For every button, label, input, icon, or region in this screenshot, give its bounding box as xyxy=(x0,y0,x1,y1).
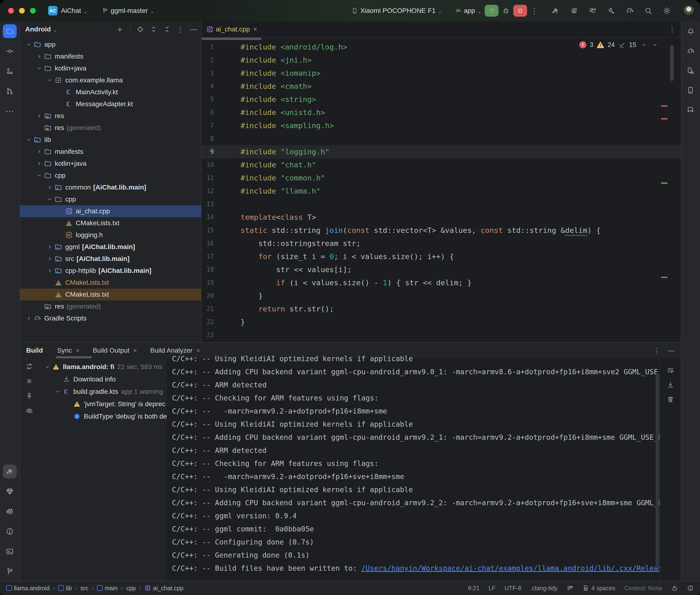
line-number[interactable]: 17 xyxy=(201,250,214,263)
breadcrumb-cpp[interactable]: cpp xyxy=(126,585,136,592)
collapse-all-button[interactable] xyxy=(163,26,171,33)
chevron-right-icon[interactable] xyxy=(46,267,54,274)
code-line-20[interactable]: 20 } xyxy=(201,289,681,302)
tree-item-cmakelists-txt[interactable]: CMakeLists.txt xyxy=(20,217,201,229)
code-line-14[interactable]: 14template<class T> xyxy=(201,211,681,224)
code-line-18[interactable]: 18 str << values[i]; xyxy=(201,263,681,276)
device-manager-button[interactable] xyxy=(684,64,698,78)
line-number[interactable]: 11 xyxy=(201,171,214,185)
code-line-13[interactable]: 13 xyxy=(201,198,681,211)
line-number[interactable]: 14 xyxy=(201,211,214,224)
tree-item-src[interactable]: src[AiChat.lib.main] xyxy=(20,253,201,265)
chevron-down-icon[interactable] xyxy=(54,389,62,395)
tree-item-cpp[interactable]: cpp xyxy=(20,170,201,181)
tree-item-kotlin-java[interactable]: kotlin+java xyxy=(20,62,201,74)
line-number[interactable]: 2 xyxy=(201,54,214,67)
build-console[interactable]: C/C++: -- Using KleidiAI optimized kerne… xyxy=(167,358,681,581)
code-line-5[interactable]: 5#include <string> xyxy=(201,93,681,106)
error-stripe-mark[interactable] xyxy=(661,118,668,119)
tree-item-logging-h[interactable]: logging.h xyxy=(20,229,201,241)
line-ending[interactable]: LF xyxy=(488,585,496,592)
console-output[interactable]: C/C++: -- Using KleidiAI optimized kerne… xyxy=(167,352,660,581)
gemini-chat-button[interactable] xyxy=(684,103,698,117)
breadcrumb-ai-chat-cpp[interactable]: ai_chat.cpp xyxy=(145,585,184,592)
indent-config[interactable]: 4 spaces xyxy=(582,585,615,592)
tree-item-build-gradle-kts[interactable]: build.gradle.ktsapp 1 warning xyxy=(38,386,167,398)
running-devices-button[interactable] xyxy=(684,83,698,97)
context-indicator[interactable]: Context: None xyxy=(624,585,662,592)
apply-changes-button[interactable] xyxy=(570,7,578,15)
project-tool-button[interactable] xyxy=(3,24,17,38)
tree-item-cmakelists-txt[interactable]: CMakeLists.txt xyxy=(20,277,201,289)
chevron-right-icon[interactable] xyxy=(46,184,54,191)
chevron-right-icon[interactable] xyxy=(35,113,43,119)
code-line-12[interactable]: 12#include "llama.h" xyxy=(201,185,681,198)
chevron-right-icon[interactable] xyxy=(25,315,33,321)
build-tab-sync[interactable]: Sync× xyxy=(57,347,79,354)
line-number[interactable]: 18 xyxy=(201,263,214,276)
line-number[interactable]: 20 xyxy=(201,289,214,302)
line-number[interactable]: 16 xyxy=(201,237,214,250)
structure-tool-button[interactable] xyxy=(3,64,17,78)
close-window-button[interactable] xyxy=(8,8,14,13)
tree-item-manifests[interactable]: manifests xyxy=(20,51,201,62)
tree-item-com-example-llama[interactable]: com.example.llama xyxy=(20,74,201,86)
line-number[interactable]: 4 xyxy=(201,80,214,93)
pin-tab-button[interactable] xyxy=(26,392,33,400)
tree-item-common[interactable]: common[AiChat.lib.main] xyxy=(20,181,201,193)
lock-open-icon[interactable] xyxy=(671,585,678,591)
caret-position[interactable]: 9:21 xyxy=(468,585,479,592)
tree-item-res[interactable]: res xyxy=(20,110,201,122)
error-indicator-icon[interactable] xyxy=(687,585,694,591)
build-tab-build-output[interactable]: Build Output× xyxy=(93,347,137,354)
breadcrumb-llama-android[interactable]: llama.android xyxy=(6,585,50,592)
stop-button[interactable] xyxy=(513,5,527,17)
tree-item-cpp-httplib[interactable]: cpp-httplib[AiChat.lib.main] xyxy=(20,265,201,277)
code-line-6[interactable]: 6#include <unistd.h> xyxy=(201,106,681,119)
commit-tool-button[interactable] xyxy=(3,44,17,58)
build-project-button[interactable] xyxy=(551,7,559,15)
logcat-tool-button[interactable] xyxy=(3,505,17,518)
tree-item-jvmtarget-string-is-deprec[interactable]: 'jvmTarget: String' is deprec xyxy=(38,398,167,410)
prev-problem-button[interactable] xyxy=(641,42,647,48)
close-tab-button[interactable]: × xyxy=(133,347,137,354)
version-control-tool-button[interactable] xyxy=(3,565,17,578)
code-area[interactable]: 1#include <android/log.h>2#include <jni.… xyxy=(201,38,681,342)
code-line-4[interactable]: 4#include <cmath> xyxy=(201,80,681,93)
gradle-sync-button[interactable] xyxy=(626,7,634,15)
formatter-icon[interactable] xyxy=(567,585,573,591)
problems-tool-button[interactable] xyxy=(3,525,17,538)
change-stripe-mark[interactable] xyxy=(661,182,668,184)
code-line-2[interactable]: 2#include <jni.h> xyxy=(201,54,681,67)
notifications-button[interactable] xyxy=(684,25,698,38)
maximize-window-button[interactable] xyxy=(30,8,36,13)
editor-vertical-scrollbar[interactable] xyxy=(670,45,674,81)
run-config-selector[interactable]: app ⌄ xyxy=(455,7,481,15)
code-line-8[interactable]: 8 xyxy=(201,132,681,145)
tree-item-cpp[interactable]: cpp xyxy=(20,193,201,205)
code-line-19[interactable]: 19 if (i < values.size() - 1) { str << d… xyxy=(201,276,681,289)
chevron-down-icon[interactable] xyxy=(25,137,33,143)
tree-item-lib[interactable]: lib xyxy=(20,134,201,146)
tree-item-mainactivity-kt[interactable]: MainActivity.kt xyxy=(20,86,201,98)
linter[interactable]: .clang-tidy xyxy=(530,585,558,592)
chevron-right-icon[interactable] xyxy=(35,148,43,155)
code-line-3[interactable]: 3#include <iomanip> xyxy=(201,67,681,80)
chevron-right-icon[interactable] xyxy=(46,256,54,262)
line-number[interactable]: 19 xyxy=(201,276,214,289)
encoding[interactable]: UTF-8 xyxy=(504,585,521,592)
tree-item-res[interactable]: res(generated) xyxy=(20,301,201,312)
tree-item-messageadapter-kt[interactable]: MessageAdapter.kt xyxy=(20,98,201,110)
attach-debugger-button[interactable] xyxy=(607,7,615,15)
line-number[interactable]: 21 xyxy=(201,302,214,315)
gradle-tool-button[interactable] xyxy=(684,44,698,58)
tab-ai-chat-cpp[interactable]: ai_chat.cpp × xyxy=(201,22,262,37)
code-line-15[interactable]: 15static std::string join(const std::vec… xyxy=(201,224,681,237)
tree-item-gradle-scripts[interactable]: Gradle Scripts xyxy=(20,312,201,324)
tree-item-app[interactable]: app xyxy=(20,38,201,51)
error-stripe-mark[interactable] xyxy=(661,105,668,107)
project-options-button[interactable]: ⋮ xyxy=(177,25,184,34)
device-selector[interactable]: Xiaomi POCOPHONE F1 ⌄ xyxy=(351,7,442,15)
line-number[interactable]: 8 xyxy=(201,132,214,145)
line-number[interactable]: 3 xyxy=(201,67,214,80)
